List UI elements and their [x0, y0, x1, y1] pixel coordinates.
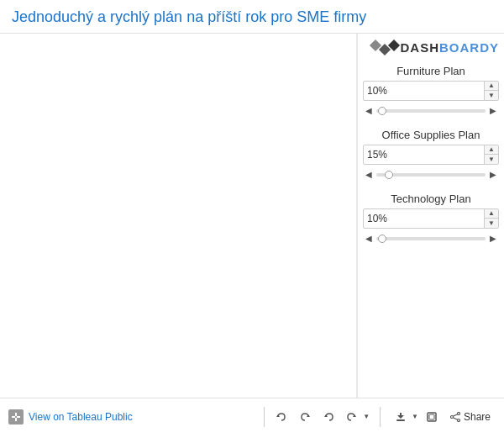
svg-rect-10	[400, 413, 402, 417]
logo-diamonds	[371, 41, 398, 54]
footer-tools: ▼ ▼	[271, 407, 496, 427]
office-supplies-slider-left-button[interactable]: ◀	[363, 168, 375, 181]
svg-rect-8	[396, 419, 405, 421]
furniture-plan-title: Furniture Plan	[363, 65, 499, 77]
office-supplies-slider-track[interactable]	[376, 173, 486, 177]
tableau-svg-icon	[11, 412, 21, 422]
furniture-plan-arrows: ▲ ▼	[484, 82, 498, 100]
footer-left: View on Tableau Public	[8, 409, 257, 425]
svg-rect-3	[17, 416, 20, 418]
footer-tools-divider	[380, 407, 381, 427]
furniture-slider-right-button[interactable]: ▶	[487, 104, 499, 117]
office-supplies-decrement-button[interactable]: ▼	[485, 155, 498, 164]
furniture-slider-row: ◀ ▶	[363, 104, 499, 117]
logo-container: DASHBOARDY	[363, 40, 499, 55]
furniture-plan-section: Furniture Plan 10% ▲ ▼ ◀ ▶	[363, 65, 499, 117]
download-dropdown-arrow[interactable]: ▼	[412, 413, 418, 420]
back-button[interactable]	[318, 408, 339, 426]
header: Jednoduchý a rychlý plán na příští rok p…	[0, 0, 504, 34]
svg-rect-12	[429, 414, 434, 419]
technology-slider-thumb[interactable]	[378, 235, 386, 243]
furniture-decrement-button[interactable]: ▼	[485, 91, 498, 100]
share-button[interactable]: Share	[445, 408, 496, 426]
fullscreen-button[interactable]	[422, 408, 442, 426]
svg-point-14	[457, 412, 459, 414]
fullscreen-icon	[426, 411, 438, 423]
furniture-slider-track[interactable]	[376, 109, 486, 113]
office-supplies-plan-title: Office Supplies Plan	[363, 129, 499, 141]
office-supplies-slider-right-button[interactable]: ▶	[487, 168, 499, 181]
footer-toolbar: View on Tableau Public	[0, 398, 504, 435]
page-title: Jednoduchý a rychlý plán na příští rok p…	[12, 8, 492, 26]
office-supplies-plan-arrows: ▲ ▼	[484, 145, 498, 164]
download-button[interactable]	[391, 408, 411, 426]
office-supplies-slider-row: ◀ ▶	[363, 168, 499, 181]
furniture-slider-left-button[interactable]: ◀	[363, 104, 375, 117]
tableau-icon	[8, 409, 24, 425]
svg-rect-0	[15, 413, 17, 416]
tableau-public-link[interactable]: View on Tableau Public	[29, 411, 133, 423]
chart-area	[0, 34, 357, 398]
technology-plan-section: Technology Plan 10% ▲ ▼ ◀ ▶	[363, 192, 499, 245]
furniture-plan-value: 10%	[364, 83, 484, 98]
forward-button[interactable]	[342, 408, 362, 426]
furniture-increment-button[interactable]: ▲	[485, 82, 498, 91]
office-supplies-increment-button[interactable]: ▲	[485, 145, 498, 155]
furniture-slider-thumb[interactable]	[378, 107, 386, 115]
right-panel: DASHBOARDY Furniture Plan 10% ▲ ▼ ◀ ▶	[357, 34, 504, 398]
technology-slider-track[interactable]	[376, 237, 486, 240]
redo-button[interactable]	[295, 408, 315, 426]
svg-line-16	[453, 414, 457, 415]
technology-plan-value: 10%	[364, 211, 484, 226]
svg-line-17	[453, 417, 457, 419]
technology-slider-row: ◀ ▶	[363, 232, 499, 245]
back-nav-group	[318, 408, 339, 426]
undo-icon	[276, 411, 287, 423]
office-supplies-plan-section: Office Supplies Plan 15% ▲ ▼ ◀ ▶	[363, 129, 499, 181]
furniture-plan-input[interactable]: 10% ▲ ▼	[363, 81, 499, 101]
redo-icon	[299, 411, 311, 423]
technology-plan-title: Technology Plan	[363, 192, 499, 205]
office-supplies-plan-input[interactable]: 15% ▲ ▼	[363, 145, 499, 165]
dashboardy-logo: DASHBOARDY	[371, 40, 499, 55]
share-icon	[450, 412, 460, 422]
logo-text: DASHBOARDY	[400, 40, 499, 55]
svg-point-15	[457, 419, 459, 421]
technology-slider-right-button[interactable]: ▶	[487, 232, 499, 245]
forward-icon	[346, 411, 358, 423]
back-icon	[323, 411, 334, 423]
technology-decrement-button[interactable]: ▼	[485, 219, 498, 228]
svg-rect-1	[15, 418, 17, 421]
svg-point-13	[450, 415, 453, 418]
footer-divider	[264, 407, 265, 427]
forward-nav-group: ▼	[342, 408, 370, 426]
office-supplies-slider-thumb[interactable]	[385, 171, 393, 179]
technology-increment-button[interactable]: ▲	[485, 209, 498, 219]
forward-dropdown-arrow[interactable]: ▼	[363, 413, 370, 420]
undo-button[interactable]	[271, 408, 291, 426]
share-label: Share	[464, 411, 491, 423]
svg-rect-2	[12, 416, 15, 418]
download-icon	[395, 411, 407, 423]
download-nav-group: ▼	[391, 408, 418, 426]
technology-plan-input[interactable]: 10% ▲ ▼	[363, 208, 499, 229]
technology-slider-left-button[interactable]: ◀	[363, 232, 375, 245]
technology-plan-arrows: ▲ ▼	[484, 209, 498, 228]
office-supplies-plan-value: 15%	[364, 147, 484, 162]
main-content: DASHBOARDY Furniture Plan 10% ▲ ▼ ◀ ▶	[0, 34, 504, 398]
